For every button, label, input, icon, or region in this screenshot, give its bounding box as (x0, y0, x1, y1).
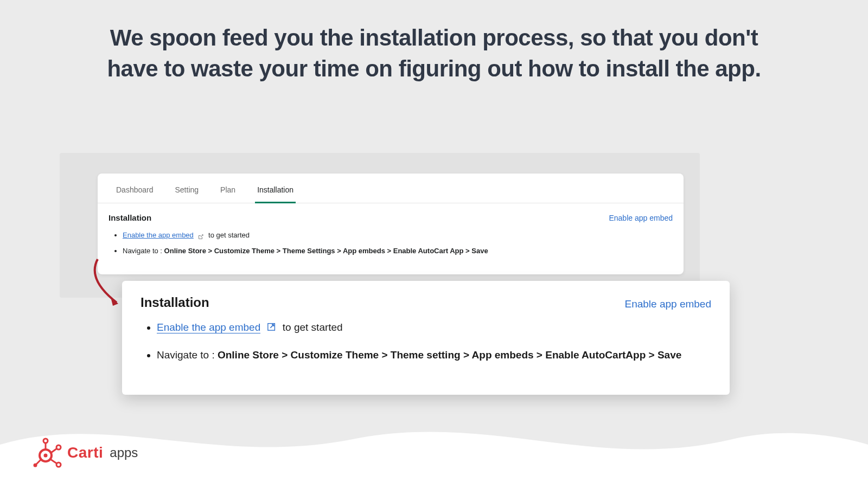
svg-point-6 (56, 445, 61, 450)
tab-setting[interactable]: Setting (173, 182, 201, 203)
installation-card-small: Dashboard Setting Plan Installation Inst… (98, 174, 684, 274)
tab-dashboard[interactable]: Dashboard (114, 182, 156, 203)
logo: Carti apps (33, 437, 138, 468)
logo-brand: Carti (67, 444, 103, 461)
bullet2-path-big: Online Store > Customize Theme > Theme s… (218, 349, 681, 361)
external-link-icon (197, 233, 204, 239)
enable-app-embed-link-big[interactable]: Enable app embed (624, 298, 711, 310)
bullet-navigate: Navigate to : Online Store > Customize T… (123, 246, 673, 257)
wave-decoration (0, 380, 868, 488)
tab-installation[interactable]: Installation (255, 182, 296, 203)
installation-heading: Installation (108, 213, 151, 222)
logo-suffix: apps (110, 445, 138, 460)
installation-heading-big: Installation (141, 295, 209, 310)
svg-point-2 (44, 454, 48, 458)
svg-point-4 (43, 439, 48, 443)
svg-point-10 (34, 464, 37, 467)
bullet-enable-embed-big: Enable the app embed to get started (157, 320, 711, 336)
svg-line-9 (36, 460, 41, 464)
external-link-icon-big (267, 320, 277, 336)
svg-line-7 (50, 459, 57, 464)
tab-plan[interactable]: Plan (218, 182, 238, 203)
bullet-navigate-big: Navigate to : Online Store > Customize T… (157, 348, 711, 363)
tab-bar: Dashboard Setting Plan Installation (98, 174, 684, 203)
enable-embed-link[interactable]: Enable the app embed (123, 231, 194, 239)
enable-embed-link-big[interactable]: Enable the app embed (157, 322, 260, 333)
logo-icon (33, 437, 64, 468)
svg-line-5 (51, 448, 57, 453)
bullet2-prefix: Navigate to : (123, 247, 164, 255)
bullet1-suffix: to get started (208, 231, 250, 239)
installation-card-zoomed: Installation Enable app embed Enable the… (122, 281, 730, 395)
bullet1-suffix-big: to get started (283, 322, 343, 333)
bullet2-prefix-big: Navigate to : (157, 349, 218, 361)
enable-app-embed-link[interactable]: Enable app embed (609, 214, 673, 222)
svg-point-8 (56, 463, 61, 467)
page-headline: We spoon feed you the installation proce… (0, 0, 868, 84)
bullet2-path: Online Store > Customize Theme > Theme S… (164, 247, 488, 255)
bullet-enable-embed: Enable the app embed to get started (123, 230, 673, 241)
